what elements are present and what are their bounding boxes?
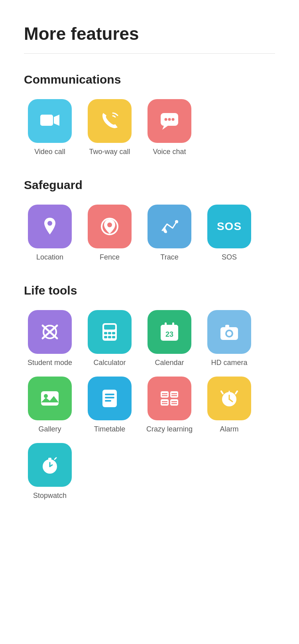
label-student-mode: Student mode (28, 359, 72, 367)
icon-box-calculator (88, 310, 132, 354)
icon-box-timetable (88, 377, 132, 420)
label-stopwatch: Stopwatch (33, 492, 67, 500)
item-video-call[interactable]: Video call (24, 99, 76, 156)
label-crazy-learning: Crazy learning (146, 425, 193, 433)
icon-box-trace (148, 205, 191, 248)
icon-box-hd-camera (207, 310, 251, 354)
calendar-icon: 23 (159, 322, 180, 342)
label-sos: SOS (222, 253, 237, 262)
icon-box-alarm (207, 377, 251, 420)
label-timetable: Timetable (94, 425, 125, 433)
item-alarm[interactable]: Alarm (203, 377, 255, 433)
svg-rect-14 (104, 332, 107, 334)
label-gallery: Gallery (38, 425, 61, 433)
icon-box-video-call (28, 99, 72, 143)
location-icon (39, 216, 60, 237)
camera-icon (219, 322, 240, 342)
gallery-icon (39, 388, 60, 409)
life-tools-grid: Student mode Calculator (24, 310, 275, 500)
svg-rect-16 (112, 332, 115, 334)
icon-box-fence (88, 205, 132, 248)
svg-rect-55 (48, 458, 51, 460)
item-student-mode[interactable]: Student mode (24, 310, 76, 367)
svg-rect-15 (108, 332, 111, 334)
svg-rect-13 (104, 325, 115, 330)
svg-point-28 (227, 331, 232, 336)
icon-box-two-way-call (88, 99, 132, 143)
label-alarm: Alarm (220, 425, 238, 433)
icon-box-calendar: 23 (148, 310, 191, 354)
svg-rect-42 (161, 399, 169, 406)
label-voice-chat: Voice chat (153, 148, 186, 156)
item-hd-camera[interactable]: HD camera (203, 310, 255, 367)
item-gallery[interactable]: Gallery (24, 377, 76, 433)
communications-grid: Video call Two-way call (24, 99, 275, 156)
svg-rect-34 (105, 397, 114, 398)
section-title-life-tools: Life tools (24, 284, 275, 297)
svg-point-5 (168, 118, 171, 121)
calculator-icon (99, 322, 120, 342)
svg-rect-45 (170, 399, 178, 406)
section-safeguard: Safeguard Location (24, 178, 275, 262)
fence-icon (99, 216, 120, 237)
item-calendar[interactable]: 23 Calendar (144, 310, 195, 367)
section-life-tools: Life tools Student mode (24, 284, 275, 500)
item-voice-chat[interactable]: Voice chat (144, 99, 195, 156)
svg-line-56 (55, 458, 56, 459)
svg-rect-18 (108, 336, 111, 338)
section-communications: Communications Video call (24, 73, 275, 156)
svg-rect-33 (105, 394, 114, 395)
item-timetable[interactable]: Timetable (84, 377, 136, 433)
item-fence[interactable]: Fence (84, 205, 136, 262)
label-two-way-call: Two-way call (89, 148, 130, 156)
item-two-way-call[interactable]: Two-way call (84, 99, 136, 156)
svg-point-9 (107, 222, 112, 227)
stopwatch-icon (39, 455, 60, 475)
student-mode-icon (39, 322, 60, 342)
item-crazy-learning[interactable]: Crazy learning (144, 377, 195, 433)
trace-icon (159, 216, 180, 237)
svg-marker-1 (54, 115, 59, 126)
icon-box-crazy-learning (148, 377, 191, 420)
svg-marker-3 (162, 126, 168, 130)
label-calculator: Calculator (93, 359, 126, 367)
page-container: More features Communications Video call (0, 0, 299, 554)
svg-point-31 (44, 394, 48, 398)
label-trace: Trace (160, 253, 178, 262)
label-calendar: Calendar (155, 359, 184, 367)
item-calculator[interactable]: Calculator (84, 310, 136, 367)
icon-box-location (28, 205, 72, 248)
icon-box-gallery (28, 377, 72, 420)
section-title-communications: Communications (24, 73, 275, 86)
svg-rect-35 (105, 400, 111, 402)
label-hd-camera: HD camera (211, 359, 247, 367)
timetable-icon (99, 388, 120, 409)
crazy-learning-icon (159, 388, 180, 409)
svg-rect-19 (112, 336, 115, 338)
chat-icon (159, 111, 180, 131)
svg-rect-17 (104, 336, 107, 338)
svg-rect-30 (41, 391, 59, 406)
sos-text-label: SOS (217, 220, 242, 233)
svg-point-4 (165, 118, 167, 121)
svg-rect-29 (225, 325, 229, 328)
item-stopwatch[interactable]: Stopwatch (24, 443, 76, 500)
label-video-call: Video call (34, 148, 65, 156)
section-title-safeguard: Safeguard (24, 178, 275, 192)
page-title: More features (24, 24, 275, 44)
svg-rect-39 (170, 391, 178, 398)
svg-rect-36 (161, 391, 169, 398)
safeguard-grid: Location Fence (24, 205, 275, 262)
item-trace[interactable]: Trace (144, 205, 195, 262)
svg-rect-24 (172, 322, 174, 327)
divider (24, 53, 275, 54)
phone-icon (99, 111, 120, 131)
icon-box-sos: SOS (207, 205, 251, 248)
svg-rect-23 (165, 322, 167, 327)
item-location[interactable]: Location (24, 205, 76, 262)
item-sos[interactable]: SOS SOS (203, 205, 255, 262)
label-location: Location (36, 253, 63, 262)
svg-rect-0 (40, 115, 53, 126)
video-call-icon (39, 111, 60, 131)
alarm-icon (219, 388, 240, 409)
